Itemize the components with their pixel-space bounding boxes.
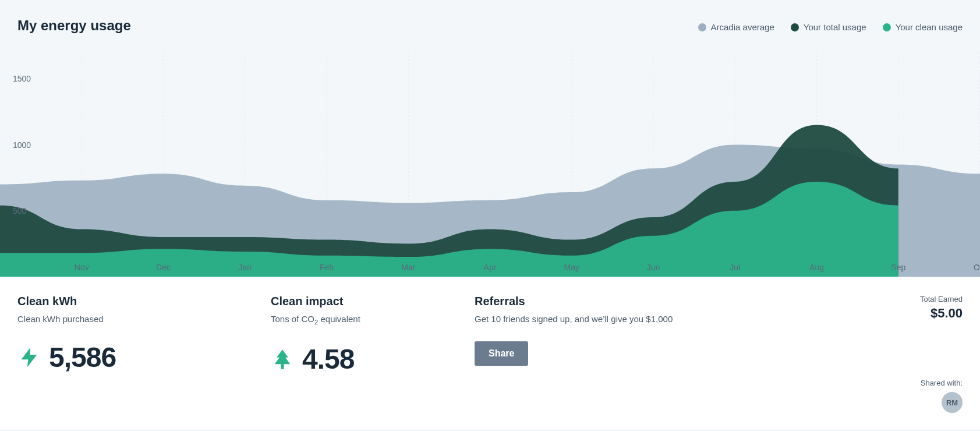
shared-with-label: Shared with: bbox=[858, 379, 963, 387]
clean-kwh-value: 5,586 bbox=[49, 341, 116, 373]
referrals-card: Referrals Get 10 friends signed up, and … bbox=[475, 295, 858, 413]
share-button[interactable]: Share bbox=[475, 341, 528, 366]
y-tick: 1500 bbox=[13, 74, 31, 83]
avatar[interactable]: RM bbox=[942, 392, 963, 413]
x-tick: Nov bbox=[75, 263, 89, 272]
area-chart bbox=[0, 0, 980, 277]
earned-and-shared-card: Total Earned $5.00 Shared with: RM bbox=[858, 295, 963, 413]
x-tick: Aug bbox=[809, 263, 824, 272]
card-subtitle: Get 10 friends signed up, and we’ll give… bbox=[475, 314, 858, 324]
x-tick: Jul bbox=[730, 263, 740, 272]
total-earned-value: $5.00 bbox=[858, 306, 963, 321]
card-subtitle: Tons of CO2 equivalent bbox=[271, 314, 475, 326]
x-tick: Oct bbox=[974, 263, 980, 272]
card-subtitle: Clean kWh purchased bbox=[17, 314, 271, 324]
clean-impact-value: 4.58 bbox=[302, 343, 354, 375]
x-tick: May bbox=[564, 263, 579, 272]
x-tick: Jan bbox=[238, 263, 252, 272]
clean-impact-card: Clean impact Tons of CO2 equivalent 4.58 bbox=[271, 295, 475, 413]
y-tick: 1000 bbox=[13, 140, 31, 150]
x-tick: Apr bbox=[484, 263, 497, 272]
shared-with-block: Shared with: RM bbox=[858, 379, 963, 413]
clean-kwh-card: Clean kWh Clean kWh purchased 5,586 bbox=[17, 295, 271, 413]
tree-icon bbox=[271, 348, 294, 371]
x-tick: Dec bbox=[156, 263, 171, 272]
card-title: Clean kWh bbox=[17, 295, 271, 308]
clean-impact-metric: 4.58 bbox=[271, 343, 475, 375]
x-tick: Mar bbox=[401, 263, 415, 272]
card-title: Referrals bbox=[475, 295, 858, 308]
summary-cards-row: Clean kWh Clean kWh purchased 5,586 Clea… bbox=[0, 277, 980, 431]
clean-kwh-metric: 5,586 bbox=[17, 341, 271, 373]
x-tick: Jun bbox=[647, 263, 660, 272]
y-tick: 500 bbox=[13, 206, 26, 216]
card-title: Clean impact bbox=[271, 295, 475, 308]
x-tick: Sep bbox=[891, 263, 905, 272]
total-earned-block: Total Earned $5.00 bbox=[858, 295, 963, 321]
energy-usage-chart-section: My energy usage Arcadia average Your tot… bbox=[0, 0, 980, 277]
x-tick: Feb bbox=[320, 263, 334, 272]
bolt-icon bbox=[17, 346, 41, 369]
total-earned-label: Total Earned bbox=[858, 295, 963, 303]
